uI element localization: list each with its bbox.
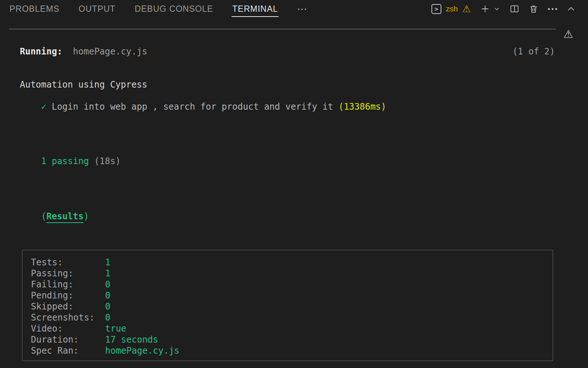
test-result-line: ✓ Login into web app , search for produc… bbox=[20, 90, 588, 123]
more-views-icon[interactable]: ⋯ bbox=[296, 0, 307, 18]
table-row: Video:true bbox=[31, 323, 545, 334]
passing-duration: (18s) bbox=[89, 156, 121, 166]
test-duration: (13386ms) bbox=[338, 102, 386, 112]
shell-name-label[interactable]: zsh bbox=[446, 4, 458, 13]
kill-terminal-trash-icon[interactable] bbox=[529, 4, 538, 14]
passing-count: 1 passing bbox=[41, 156, 89, 166]
running-spec-file: homePage.cy.js bbox=[73, 46, 147, 57]
maximize-panel-chevron-up-icon[interactable] bbox=[567, 4, 576, 13]
more-actions-icon[interactable] bbox=[548, 8, 557, 10]
tab-debug-console[interactable]: DEBUG CONSOLE bbox=[134, 0, 214, 18]
results-link[interactable]: Results bbox=[46, 211, 83, 223]
tab-output[interactable]: OUTPUT bbox=[78, 0, 116, 18]
check-icon: ✓ bbox=[41, 102, 52, 112]
table-row: Spec Ran:homePage.cy.js bbox=[31, 345, 545, 356]
shell-warning-icon[interactable]: ⚠ bbox=[462, 4, 471, 14]
table-row: Pending:0 bbox=[31, 290, 545, 301]
panel-header: PROBLEMS OUTPUT DEBUG CONSOLE TERMINAL ⋯… bbox=[0, 0, 588, 18]
passing-summary: 1 passing (18s) bbox=[20, 145, 588, 178]
terminal-icon: > bbox=[431, 4, 441, 14]
table-row: Tests:1 bbox=[31, 257, 545, 268]
table-row: Failing:0 bbox=[31, 279, 545, 290]
running-line: Running:homePage.cy.js (1 of 2) bbox=[20, 46, 588, 57]
running-label: Running: bbox=[20, 46, 62, 57]
terminal-bell-warning-icon[interactable]: ⚠ bbox=[563, 29, 573, 40]
tab-problems[interactable]: PROBLEMS bbox=[9, 0, 60, 18]
terminal-top-divider bbox=[9, 29, 556, 29]
split-terminal-icon[interactable] bbox=[510, 4, 519, 14]
new-terminal-icon[interactable] bbox=[480, 4, 490, 14]
results-heading: (Results) bbox=[20, 200, 588, 233]
table-row: Screenshots:0 bbox=[31, 312, 545, 323]
panel-tabs: PROBLEMS OUTPUT DEBUG CONSOLE TERMINAL ⋯ bbox=[9, 0, 307, 18]
table-row: Duration:17 seconds bbox=[31, 334, 545, 345]
test-name: Login into web app , search for product … bbox=[52, 102, 338, 112]
terminal-toolbar: > zsh ⚠ bbox=[431, 0, 576, 18]
terminal-dropdown-chevron-icon[interactable] bbox=[494, 6, 500, 12]
running-counter: (1 of 2) bbox=[512, 46, 555, 57]
suite-title: Automation using Cypress bbox=[20, 79, 588, 90]
results-table: Tests:1 Passing:1 Failing:0 Pending:0 Sk… bbox=[22, 250, 553, 361]
table-row: Passing:1 bbox=[31, 268, 545, 279]
launch-profile-terminal-icon[interactable]: > bbox=[431, 4, 441, 14]
table-row: Skipped:0 bbox=[31, 301, 545, 312]
terminal-output[interactable]: Running:homePage.cy.js (1 of 2) Automati… bbox=[0, 46, 588, 368]
tab-terminal[interactable]: TERMINAL bbox=[232, 0, 279, 18]
